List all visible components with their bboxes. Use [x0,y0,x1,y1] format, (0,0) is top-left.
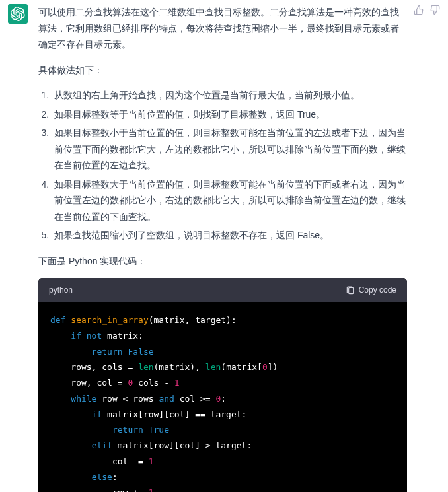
answer-body: 可以使用二分查找算法在这个二维数组中查找目标整数。二分查找算法是一种高效的查找算… [38,4,407,492]
thumbs-down-button[interactable] [429,4,440,15]
intro-paragraph: 可以使用二分查找算法在这个二维数组中查找目标整数。二分查找算法是一种高效的查找算… [38,4,407,53]
svg-rect-0 [348,287,353,293]
list-item: 如果目标整数等于当前位置的值，则找到了目标整数，返回 True。 [52,106,407,123]
clipboard-icon [346,286,355,295]
steps-heading: 具体做法如下： [38,62,407,79]
thumbs-down-icon [429,5,440,15]
list-item: 如果目标整数小于当前位置的值，则目标整数可能在当前位置的左边或者下边，因为当前位… [52,125,407,174]
copy-code-label: Copy code [359,283,396,297]
feedback-actions [414,4,440,492]
code-intro: 下面是 Python 实现代码： [38,253,407,269]
steps-list: 从数组的右上角开始查找，因为这个位置是当前行最大值，当前列最小值。 如果目标整数… [52,87,407,244]
thumbs-up-button[interactable] [414,4,424,15]
assistant-avatar [8,4,28,24]
code-language-label: python [49,283,73,297]
thumbs-up-icon [414,5,424,15]
code-content[interactable]: def search_in_array(matrix, target): if … [38,302,407,492]
openai-logo-icon [11,7,25,21]
code-block: python Copy code def search_in_array(mat… [38,278,407,492]
list-item: 如果目标整数大于当前位置的值，则目标整数可能在当前位置的下面或者右边，因为当前位… [52,176,407,225]
copy-code-button[interactable]: Copy code [346,283,396,297]
list-item: 如果查找范围缩小到了空数组，说明目标整数不存在，返回 False。 [52,227,407,244]
list-item: 从数组的右上角开始查找，因为这个位置是当前行最大值，当前列最小值。 [52,87,407,104]
